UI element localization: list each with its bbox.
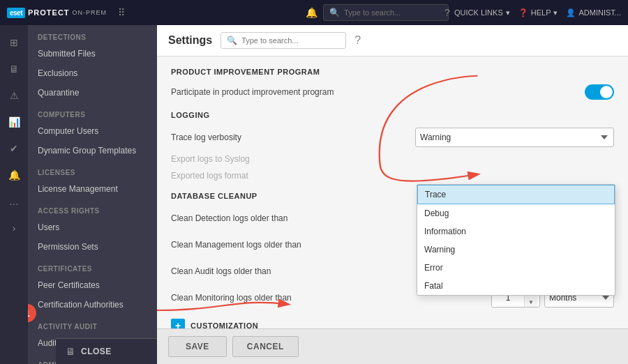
participate-label: Participate in product improvement progr… <box>171 87 576 97</box>
content-area: Settings 🔍 ? PRODUCT IMPROVEMENT PROGRAM… <box>157 25 628 364</box>
sidebar-item-license-management[interactable]: License Management <box>28 179 157 199</box>
sidebar-item-computer-users[interactable]: Computer Users <box>28 121 157 141</box>
sidebar-item-exclusions[interactable]: Exclusions <box>28 63 157 83</box>
help-button[interactable]: ❓ HELP ▾ <box>518 8 558 17</box>
sidebar-item-permission-sets[interactable]: Permission Sets <box>28 237 157 257</box>
footer-bar: SAVE CANCEL <box>157 328 628 364</box>
quick-links-button[interactable]: QUICK LINKS ▾ <box>454 8 510 17</box>
topnav-actions: QUICK LINKS ▾ ❓ HELP ▾ 👤 ADMINIST... <box>454 8 621 17</box>
logo-box: eset <box>7 8 25 18</box>
dropdown-option-information[interactable]: Information <box>417 222 615 241</box>
search-icon: 🔍 <box>329 8 340 17</box>
search-help-icon[interactable]: ? <box>444 7 450 18</box>
app-logo: eset PROTECT ON-PREM <box>7 8 107 18</box>
sidebar-icon-computers[interactable]: 🖥 <box>1 57 27 81</box>
dropdown-option-warning[interactable]: Warning <box>417 241 615 259</box>
customization-expand-icon[interactable]: + <box>171 319 185 328</box>
settings-header: Settings 🔍 ? <box>157 25 628 56</box>
trace-log-row: Trace log verbosity Warning <box>171 128 614 147</box>
sidebar-icon-more[interactable]: … <box>1 190 27 213</box>
activity-audit-section-label: ACTIVITY AUDIT <box>28 314 157 333</box>
dropdown-option-trace[interactable]: Trace <box>417 185 615 204</box>
exported-logs-format-row: Exported logs format <box>171 171 614 181</box>
export-syslog-row: Export logs to Syslog <box>171 154 614 164</box>
customization-label: CUSTOMIZATION <box>190 321 258 328</box>
sidebar-close-bar[interactable]: 🖥 CLOSE <box>56 338 157 364</box>
toggle-knob <box>600 86 613 98</box>
close-label: CLOSE <box>81 347 112 356</box>
licenses-section-label: LICENSES <box>28 160 157 179</box>
text-sidebar: DETECTIONS Submitted Files Exclusions Qu… <box>28 25 157 364</box>
settings-search-box[interactable]: 🔍 <box>220 32 346 49</box>
cancel-button[interactable]: CANCEL <box>232 336 299 357</box>
exported-logs-format-label: Exported logs format <box>171 171 614 181</box>
sidebar-icon-notifications[interactable]: 🔔 <box>1 163 27 187</box>
grid-icon[interactable]: ⠿ <box>118 7 125 18</box>
access-rights-section-label: ACCESS RIGHTS <box>28 199 157 218</box>
sidebar-icon-expand[interactable]: › <box>1 216 27 240</box>
settings-title: Settings <box>168 34 212 47</box>
dropdown-option-error[interactable]: Error <box>417 259 615 277</box>
settings-help-icon[interactable]: ? <box>354 34 361 47</box>
sidebar-item-submitted-files[interactable]: Submitted Files <box>28 44 157 63</box>
computers-section-label: COMPUTERS <box>28 103 157 121</box>
sidebar-icon-reports[interactable]: 📊 <box>1 110 27 134</box>
sidebar-item-users[interactable]: Users <box>28 218 157 237</box>
detections-section-label: DETECTIONS <box>28 25 157 44</box>
search-input[interactable] <box>344 8 440 17</box>
sidebar-item-certification-authorities[interactable]: Certification Authorities <box>28 295 157 314</box>
dropdown-option-debug[interactable]: Debug <box>417 204 615 222</box>
bell-icon[interactable]: 🔔 <box>306 7 317 18</box>
product-improvement-section-title: PRODUCT IMPROVEMENT PROGRAM <box>171 68 614 76</box>
admin-button[interactable]: 👤 ADMINIST... <box>566 8 621 17</box>
trace-log-label: Trace log verbosity <box>171 132 407 142</box>
sidebar-icon-threats[interactable]: ⚠ <box>1 84 27 107</box>
export-syslog-label: Export logs to Syslog <box>171 154 614 164</box>
customization-row: + CUSTOMIZATION <box>171 319 614 328</box>
product-name: PROTECT <box>28 8 70 17</box>
logging-section-title: LOGGING <box>171 111 614 119</box>
global-search[interactable]: 🔍 ? <box>323 4 449 21</box>
sidebar-item-quarantine[interactable]: Quarantine <box>28 83 157 103</box>
sidebar-item-dynamic-group-templates[interactable]: Dynamic Group Templates <box>28 141 157 160</box>
sidebar-icon-tasks[interactable]: ✔ <box>1 137 27 160</box>
participate-toggle[interactable] <box>585 84 614 100</box>
dropdown-option-fatal[interactable]: Fatal <box>417 277 615 295</box>
certificates-section-label: CERTIFICATES <box>28 257 157 275</box>
icon-sidebar: ⊞ 🖥 ⚠ 📊 ✔ 🔔 … › <box>0 25 28 364</box>
clean-monitoring-down[interactable]: ▼ <box>525 298 537 307</box>
sidebar-item-peer-certificates[interactable]: Peer Certificates <box>28 275 157 295</box>
trace-log-select[interactable]: Warning <box>415 128 614 147</box>
main-layout: ⊞ 🖥 ⚠ 📊 ✔ 🔔 … › DETECTIONS Submitted Fil… <box>0 25 628 364</box>
trace-log-dropdown: Trace Debug Information Warning Error Fa… <box>417 184 615 296</box>
settings-content: PRODUCT IMPROVEMENT PROGRAM Participate … <box>157 56 628 328</box>
top-navbar: eset PROTECT ON-PREM ⠿ 🔔 🔍 ? QUICK LINKS… <box>0 0 628 25</box>
sidebar-icon-dashboard[interactable]: ⊞ <box>1 31 27 54</box>
settings-search-input[interactable] <box>241 36 340 45</box>
save-button[interactable]: SAVE <box>168 336 227 357</box>
settings-search-icon: 🔍 <box>227 36 237 45</box>
participate-row: Participate in product improvement progr… <box>171 84 614 100</box>
monitor-icon: 🖥 <box>66 346 75 357</box>
edition-label: ON-PREM <box>73 9 107 16</box>
